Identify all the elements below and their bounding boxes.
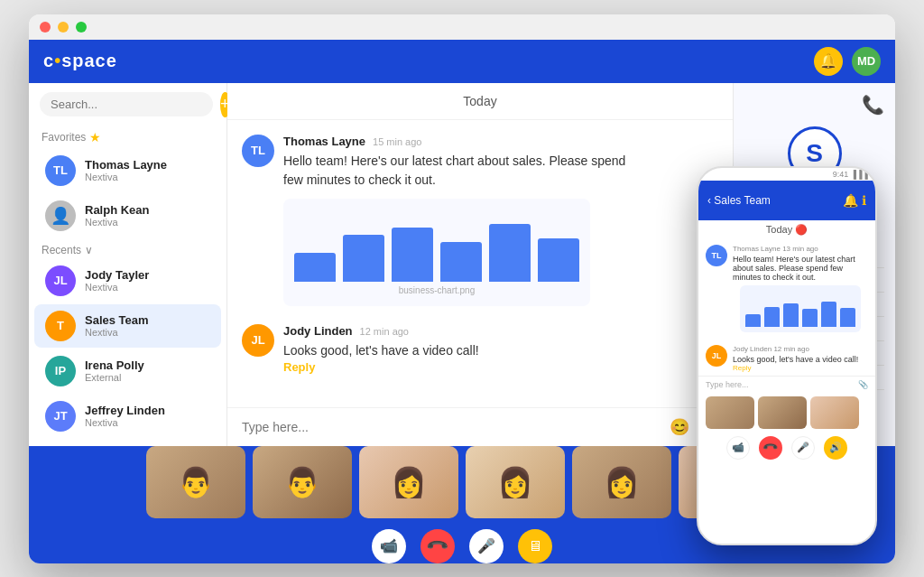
- video-thumb: 👩: [572, 446, 671, 518]
- message-item: TL Thomas Layne 15 min ago Hello team! H…: [242, 135, 718, 306]
- phone-end-call-btn[interactable]: 📞: [754, 431, 788, 462]
- message-avatar: TL: [242, 135, 274, 167]
- contact-name: Sales Team: [85, 313, 210, 327]
- phone-attach-icon[interactable]: 📎: [858, 380, 868, 389]
- phone-video-thumb: [810, 396, 859, 429]
- call-controls: 📹 📞 🎤 🖥: [372, 529, 552, 563]
- favorites-label: Favorites ★: [29, 126, 226, 148]
- reply-button[interactable]: Reply: [283, 360, 718, 374]
- contact-sub: Nextiva: [85, 417, 210, 428]
- avatar: JL: [45, 265, 76, 296]
- chat-input-area: 😊 📎: [227, 407, 733, 446]
- phone-video-bar: [698, 393, 875, 433]
- sidebar-item-jody-tayler[interactable]: JL Jody Tayler Nextiva: [34, 259, 221, 302]
- phone-mic-btn[interactable]: 🎤: [791, 436, 815, 460]
- search-input[interactable]: [40, 92, 213, 116]
- notification-bell[interactable]: 🔔: [814, 47, 843, 76]
- minimize-button[interactable]: [58, 22, 69, 33]
- nav-right: 🔔 MD: [814, 47, 881, 76]
- chat-messages: TL Thomas Layne 15 min ago Hello team! H…: [227, 120, 733, 407]
- sidebar: + Favorites ★ TL Thomas Layne Nextiva: [29, 83, 227, 446]
- chart-bar: [489, 224, 531, 282]
- chevron-icon: ∨: [85, 244, 93, 256]
- sidebar-item-sales-team[interactable]: T Sales Team Nextiva: [34, 304, 221, 348]
- mic-button[interactable]: 🎤: [469, 529, 504, 563]
- contact-sub: Nextiva: [85, 172, 210, 182]
- sidebar-item-irena-polly[interactable]: IP Irena Polly External: [34, 349, 221, 393]
- video-toggle-button[interactable]: 📹: [372, 529, 406, 563]
- sidebar-item-jeffrey-linden[interactable]: JT Jeffrey Linden Nextiva: [34, 395, 221, 438]
- phone-input-area: Type here... 📎: [698, 376, 875, 393]
- chat-input[interactable]: [242, 420, 661, 434]
- message-sender: Jody Linden: [283, 324, 353, 338]
- message-avatar: JL: [242, 324, 274, 357]
- phone-message: TL Thomas Layne 13 min ago Hello team! H…: [698, 239, 875, 341]
- phone-icons: 🔔 ℹ: [843, 193, 866, 208]
- mobile-phone-overlay: 9:41 ▐▐▐ ‹ Sales Team 🔔 ℹ Today 🔴 TL Tho…: [697, 166, 877, 545]
- contact-name: Jody Tayler: [85, 268, 210, 282]
- star-icon: ★: [89, 130, 101, 144]
- phone-reply-button[interactable]: Reply: [733, 364, 858, 372]
- sidebar-item-thomas-layne[interactable]: TL Thomas Layne Nextiva: [34, 149, 221, 192]
- contact-sub: Nextiva: [85, 217, 210, 228]
- titlebar: [29, 14, 895, 40]
- phone-input-placeholder[interactable]: Type here...: [706, 380, 749, 389]
- logo-dot: •: [54, 51, 61, 70]
- phone-top-bar: ‹ Sales Team 🔔 ℹ: [698, 181, 875, 220]
- message-text: Looks good, let's have a video call!: [283, 341, 718, 360]
- chart-container: business-chart.png: [283, 199, 590, 306]
- phone-message-2: JL Jody Linden 12 min ago Looks good, le…: [698, 341, 875, 376]
- message-content: Jody Linden 12 min ago Looks good, let's…: [283, 324, 718, 374]
- message-sender: Thomas Layne: [283, 135, 365, 148]
- phone-icon[interactable]: 📞: [744, 94, 884, 116]
- phone-today-label: Today 🔴: [698, 220, 875, 239]
- contact-sub: Nextiva: [85, 282, 210, 293]
- chart-bar: [440, 242, 482, 282]
- close-button[interactable]: [40, 22, 51, 33]
- message-item: JL Jody Linden 12 min ago Looks good, le…: [242, 324, 718, 374]
- chat-date-header: Today: [227, 83, 733, 120]
- chart-bar: [392, 228, 433, 282]
- chart-bar: [538, 238, 579, 282]
- end-call-button[interactable]: 📞: [413, 522, 462, 563]
- screen-share-button[interactable]: 🖥: [518, 529, 552, 563]
- contact-name: Jeffrey Linden: [85, 404, 210, 417]
- sidebar-item-ralph-kean[interactable]: 👤 Ralph Kean Nextiva: [34, 194, 221, 237]
- video-thumbnails: 👨 👨 👩 👩 👩 👩: [146, 446, 778, 518]
- emoji-icon[interactable]: 😊: [670, 417, 689, 437]
- avatar: 👤: [45, 200, 76, 231]
- chart-label: business-chart.png: [294, 285, 579, 295]
- phone-msg2-header: Jody Linden 12 min ago: [733, 345, 858, 353]
- user-avatar[interactable]: MD: [852, 47, 881, 76]
- top-nav: c•space 🔔 MD: [29, 40, 895, 83]
- chat-area: Today TL Thomas Layne 15 min ago Hell: [227, 83, 733, 446]
- phone-chart-bars: [745, 291, 855, 327]
- avatar: TL: [45, 155, 76, 186]
- phone-back-button[interactable]: ‹ Sales Team: [707, 194, 771, 207]
- maximize-button[interactable]: [76, 22, 87, 33]
- sidebar-item-corporate-website[interactable]: M Corporate Website Nextiva: [34, 440, 221, 446]
- phone-chart: [740, 285, 861, 332]
- phone-msg-avatar: TL: [706, 245, 727, 266]
- video-thumb: 👨: [146, 446, 245, 518]
- recents-label: Recents ∨: [29, 238, 226, 258]
- message-time: 12 min ago: [360, 326, 409, 337]
- phone-video-thumb: [706, 396, 754, 429]
- contact-sub: External: [85, 372, 210, 383]
- message-content: Thomas Layne 15 min ago Hello team! Here…: [283, 135, 718, 306]
- phone-msg2-text: Looks good, let's have a video call!: [733, 355, 858, 364]
- phone-msg-header: Thomas Layne 13 min ago: [733, 245, 868, 253]
- phone-video-thumb: [758, 396, 807, 429]
- avatar: JT: [45, 401, 76, 432]
- contact-name: Irena Polly: [85, 358, 210, 372]
- phone-video-btn[interactable]: 📹: [726, 436, 750, 460]
- phone-screen-btn[interactable]: 🔊: [824, 436, 847, 460]
- sidebar-search: +: [29, 83, 226, 126]
- chart-bar: [343, 235, 384, 282]
- message-time: 15 min ago: [373, 136, 421, 147]
- contact-sub: Nextiva: [85, 327, 210, 338]
- phone-status-bar: 9:41 ▐▐▐: [698, 168, 875, 181]
- avatar: T: [45, 311, 76, 341]
- avatar: IP: [45, 356, 76, 386]
- message-text: Hello team! Here's our latest chart abou…: [283, 152, 718, 190]
